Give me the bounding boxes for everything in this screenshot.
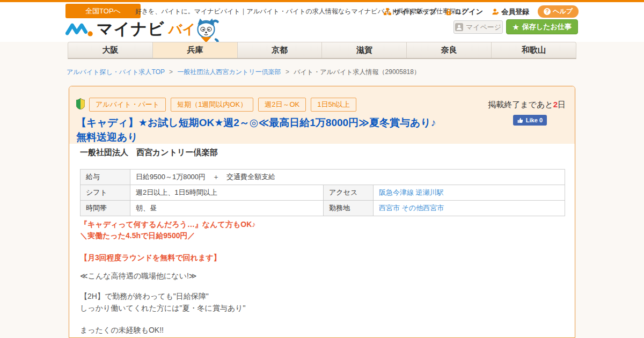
tab-wakayama[interactable]: 和歌山	[491, 42, 576, 58]
tag-employment-type: アルバイト・パート	[89, 98, 166, 112]
job-title-line2: 無料送迎あり	[76, 130, 452, 144]
time-label: 時間帯	[80, 201, 130, 216]
table-row: 時間帯 朝、昼 勤務地 西宮市 その他西宮市	[80, 201, 565, 216]
access-value: 阪急今津線 逆瀬川駅	[374, 185, 565, 201]
job-detail-table: 給与 日給9500～1万8000円 ＋ 交通費全額支給 シフト 週2日以上、1日…	[80, 169, 565, 216]
breadcrumb-current: バイト・アルバイト求人情報（29005818）	[294, 68, 420, 76]
access-label: アクセス	[324, 185, 374, 201]
tag-days-per-week: 週2日～OK	[258, 98, 306, 112]
breadcrumb-link-company[interactable]: 一般社団法人西宮カントリー倶楽部	[177, 68, 281, 76]
shift-label: シフト	[80, 185, 130, 201]
tab-osaka[interactable]: 大阪	[68, 42, 152, 58]
register-link[interactable]: 会員登録	[492, 7, 529, 17]
promo-line2: ＼実働たった4.5hで日給9500円／	[80, 230, 255, 241]
description-line4: まったくの未経験もOK!!	[80, 324, 164, 336]
job-header-section: アルバイト・パート 短期（1週間以内OK） 週2日～OK 1日5h以上 掲載終了…	[69, 86, 575, 144]
star-icon: ★	[513, 24, 519, 31]
description-line2: 【2H】で勤務が終わっても"日給保障"	[80, 290, 246, 302]
shift-value: 週2日以上、1日5時間以上	[130, 185, 324, 201]
promo-text-block1: 『キャディって何するんだろう…』なんて方もOK♪ ＼実働たった4.5hで日給95…	[80, 219, 255, 241]
table-row: シフト 週2日以上、1日5時間以上 アクセス 阪急今津線 逆瀬川駅	[80, 185, 565, 201]
description-line3: しっかり働いてくれた方には"夏・冬に賞与あり"	[80, 302, 246, 314]
promo-line1: 『キャディって何するんだろう…』なんて方もOK♪	[80, 219, 255, 230]
national-top-button[interactable]: 全国TOPへ	[65, 4, 141, 18]
access-station-link[interactable]: 阪急今津線 逆瀬川駅	[379, 188, 444, 196]
person-icon	[455, 23, 463, 31]
facebook-like-button[interactable]: Like 0	[513, 115, 547, 126]
promo-line3: 【月3回程度ラウンドを無料で回れます】	[80, 252, 221, 263]
help-button[interactable]: ? ヘルプ	[538, 5, 579, 18]
tag-hours-per-day: 1日5h以上	[311, 98, 356, 112]
job-tags: アルバイト・パート 短期（1週間以内OK） 週2日～OK 1日5h以上	[89, 98, 356, 112]
login-link[interactable]: ログイン	[445, 7, 483, 17]
location-link[interactable]: 西宮市 その他西宮市	[379, 204, 444, 212]
company-name: 一般社団法人 西宮カントリー倶楽部	[80, 148, 217, 158]
deadline-days-remaining: 2	[553, 100, 558, 109]
description-line1: ≪こんな高待遇の職場他にない!≫	[80, 270, 197, 282]
posting-deadline: 掲載終了まであと2日	[488, 100, 566, 110]
mypage-button[interactable]: マイページ	[453, 20, 503, 34]
question-icon: ?	[544, 8, 551, 15]
breadcrumb-link-top[interactable]: アルバイト探し・バイト求人TOP	[67, 68, 165, 76]
job-title-line1: 【キャディ】★お試し短期OK★週2～◎≪最高日給1万8000円≫夏冬賞与あり♪	[76, 115, 452, 130]
tag-short-term: 短期（1週間以内OK）	[171, 98, 253, 112]
breadcrumb: アルバイト探し・バイト求人TOP > 一般社団法人西宮カントリー倶楽部 > バイ…	[67, 68, 420, 77]
breadcrumb-separator: >	[286, 68, 289, 76]
saved-jobs-button[interactable]: ★ 保存したお仕事	[506, 19, 578, 34]
promo-text-block2: 【月3回程度ラウンドを無料で回れます】	[80, 252, 221, 263]
salary-label: 給与	[80, 170, 130, 185]
tab-shiga[interactable]: 滋賀	[321, 42, 406, 58]
location-value: 西宮市 その他西宮市	[374, 201, 565, 216]
prefecture-nav: 大阪 兵庫 京都 滋賀 奈良 和歌山	[68, 42, 576, 59]
tab-nara[interactable]: 奈良	[406, 42, 491, 58]
tab-hyogo[interactable]: 兵庫	[152, 42, 237, 58]
sitemap-link[interactable]: サイトマップ	[384, 7, 436, 17]
job-title: 【キャディ】★お試し短期OK★週2～◎≪最高日給1万8000円≫夏冬賞与あり♪ …	[76, 115, 452, 144]
lock-icon	[445, 8, 452, 16]
beginner-mark-icon	[76, 98, 85, 109]
time-value: 朝、昼	[130, 201, 324, 216]
person-plus-icon	[492, 8, 499, 16]
job-posting-card: アルバイト・パート 短期（1週間以内OK） 週2日～OK 1日5h以上 掲載終了…	[69, 86, 575, 338]
breadcrumb-separator: >	[169, 68, 173, 76]
logo-text-mynavi: マイナビ	[97, 18, 165, 40]
wave-logo-icon	[65, 21, 93, 37]
sitemap-icon	[384, 8, 391, 16]
thumb-up-icon	[517, 117, 523, 123]
description-block3: まったくの未経験もOK!!	[80, 324, 164, 336]
site-header: 全国TOPへ 好きを、バイトに。マイナビバイト｜アルバイト・バイトの求人情報なら…	[0, 2, 644, 42]
mascot-dog-icon	[191, 17, 221, 44]
description-block2: 【2H】で勤務が終わっても"日給保障" しっかり働いてくれた方には"夏・冬に賞与…	[80, 290, 246, 314]
location-label: 勤務地	[324, 201, 374, 216]
tab-kyoto[interactable]: 京都	[237, 42, 322, 58]
mynavi-baito-logo[interactable]: マイナビ バイト	[65, 18, 210, 40]
utility-links: サイトマップ ログイン 会員登録 ? ヘルプ	[384, 5, 579, 18]
table-row: 給与 日給9500～1万8000円 ＋ 交通費全額支給	[80, 170, 565, 185]
description-block1: ≪こんな高待遇の職場他にない!≫	[80, 270, 197, 282]
salary-value: 日給9500～1万8000円 ＋ 交通費全額支給	[130, 170, 565, 185]
